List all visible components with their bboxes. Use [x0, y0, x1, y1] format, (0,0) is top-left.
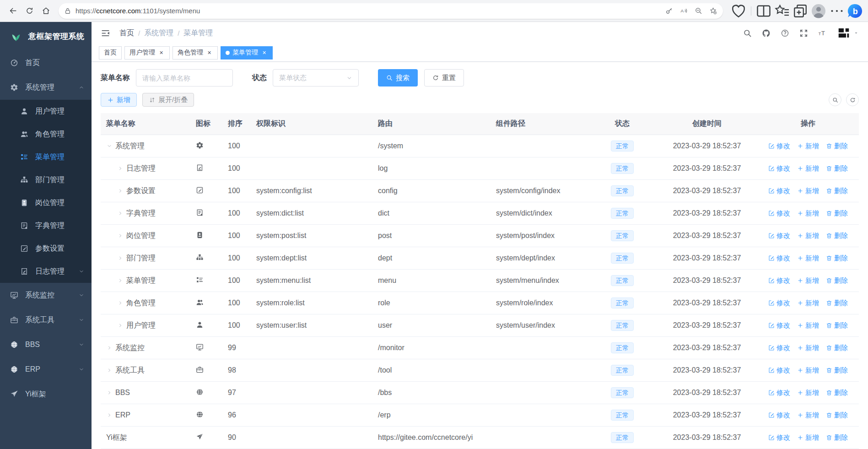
sidebar-item-BBS[interactable]: BBS — [0, 332, 92, 357]
tab-用户管理[interactable]: 用户管理× — [124, 46, 170, 60]
github-icon[interactable] — [762, 29, 771, 38]
add-action[interactable]: 新增 — [797, 389, 819, 397]
refresh-table-button[interactable] — [846, 93, 859, 106]
expand-row-icon[interactable] — [106, 345, 112, 351]
add-action[interactable]: 新增 — [797, 142, 819, 151]
bing-icon[interactable]: b — [847, 3, 863, 19]
menu-name-input[interactable] — [136, 69, 233, 87]
sidebar-item-部门管理[interactable]: 部门管理 — [0, 168, 92, 191]
delete-action[interactable]: 删除 — [826, 299, 848, 308]
lock-icon[interactable] — [64, 7, 71, 15]
edit-action[interactable]: 修改 — [768, 164, 790, 173]
sidebar-item-系统监控[interactable]: 系统监控 — [0, 283, 92, 308]
delete-action[interactable]: 删除 — [826, 187, 848, 195]
add-action[interactable]: 新增 — [797, 187, 819, 195]
add-action[interactable]: 新增 — [797, 232, 819, 240]
delete-action[interactable]: 删除 — [826, 209, 848, 218]
expand-row-icon[interactable] — [117, 255, 123, 261]
delete-action[interactable]: 删除 — [826, 433, 848, 442]
delete-action[interactable]: 删除 — [826, 254, 848, 263]
delete-action[interactable]: 删除 — [826, 344, 848, 352]
breadcrumb-item-首页[interactable]: 首页 — [119, 28, 134, 38]
tab-close-icon[interactable]: × — [158, 49, 165, 56]
expand-row-icon[interactable] — [117, 233, 123, 238]
delete-action[interactable]: 删除 — [826, 232, 848, 240]
delete-action[interactable]: 删除 — [826, 321, 848, 330]
add-action[interactable]: 新增 — [797, 299, 819, 308]
delete-action[interactable]: 删除 — [826, 276, 848, 285]
collapse-row-icon[interactable] — [106, 143, 112, 149]
edit-action[interactable]: 修改 — [768, 254, 790, 263]
edit-action[interactable]: 修改 — [768, 433, 790, 442]
back-button[interactable] — [5, 3, 21, 19]
delete-action[interactable]: 删除 — [826, 164, 848, 173]
expand-row-icon[interactable] — [106, 412, 112, 418]
sidebar-item-日志管理[interactable]: 日志管理 — [0, 260, 92, 283]
sidebar-collapse-icon[interactable] — [101, 28, 110, 38]
reset-button[interactable]: 重置 — [424, 69, 464, 87]
edit-action[interactable]: 修改 — [768, 321, 790, 330]
key-icon[interactable] — [662, 4, 676, 18]
edit-action[interactable]: 修改 — [768, 366, 790, 375]
favorites-bar-icon[interactable] — [774, 3, 790, 19]
show-search-button[interactable] — [829, 93, 841, 106]
edit-action[interactable]: 修改 — [768, 299, 790, 308]
add-action[interactable]: 新增 — [797, 164, 819, 173]
sidebar-item-字典管理[interactable]: 字典管理 — [0, 214, 92, 237]
search-icon[interactable] — [743, 29, 752, 38]
sidebar-item-Yi框架[interactable]: Yi框架 — [0, 382, 92, 406]
breadcrumb-item-系统管理[interactable]: 系统管理 — [144, 28, 173, 38]
sidebar-item-用户管理[interactable]: 用户管理 — [0, 100, 92, 123]
expand-row-icon[interactable] — [117, 211, 123, 216]
sidebar-item-参数设置[interactable]: 参数设置 — [0, 237, 92, 260]
address-bar[interactable]: https://ccnetcore.com:1101/system/menu A — [59, 3, 723, 19]
edit-action[interactable]: 修改 — [768, 142, 790, 151]
edit-action[interactable]: 修改 — [768, 276, 790, 285]
expand-row-icon[interactable] — [106, 390, 112, 395]
collections-icon[interactable] — [792, 3, 809, 19]
sidebar-item-ERP[interactable]: ERP — [0, 357, 92, 382]
add-action[interactable]: 新增 — [797, 321, 819, 330]
read-aloud-icon[interactable]: A — [676, 4, 691, 18]
delete-action[interactable]: 删除 — [826, 366, 848, 375]
reload-button[interactable] — [21, 3, 38, 19]
add-action[interactable]: 新增 — [797, 209, 819, 218]
tab-close-icon[interactable]: × — [261, 49, 268, 56]
add-action[interactable]: 新增 — [797, 411, 819, 420]
sidebar-item-系统管理[interactable]: 系统管理 — [0, 75, 92, 100]
edit-action[interactable]: 修改 — [768, 344, 790, 352]
expand-row-icon[interactable] — [117, 323, 123, 328]
edit-action[interactable]: 修改 — [768, 187, 790, 195]
add-action[interactable]: 新增 — [797, 366, 819, 375]
tab-角色管理[interactable]: 角色管理× — [173, 46, 218, 60]
edit-action[interactable]: 修改 — [768, 389, 790, 397]
user-avatar[interactable] — [837, 26, 859, 40]
edit-action[interactable]: 修改 — [768, 209, 790, 218]
help-icon[interactable] — [781, 29, 789, 38]
expand-collapse-button[interactable]: 展开/折叠 — [142, 93, 194, 107]
more-icon[interactable] — [829, 3, 845, 19]
star-plus-icon[interactable] — [706, 4, 720, 18]
expand-row-icon[interactable] — [117, 278, 123, 283]
sidebar-item-岗位管理[interactable]: 岗位管理 — [0, 191, 92, 214]
add-action[interactable]: 新增 — [797, 433, 819, 442]
delete-action[interactable]: 删除 — [826, 389, 848, 397]
sidebar-item-系统工具[interactable]: 系统工具 — [0, 308, 92, 332]
expand-row-icon[interactable] — [106, 368, 112, 373]
delete-action[interactable]: 删除 — [826, 411, 848, 420]
add-action[interactable]: 新增 — [797, 254, 819, 263]
tab-菜单管理[interactable]: 菜单管理× — [221, 46, 273, 60]
search-button[interactable]: 搜索 — [378, 69, 418, 87]
expand-row-icon[interactable] — [117, 188, 123, 194]
sidebar-item-菜单管理[interactable]: 菜单管理 — [0, 146, 92, 168]
sidebar-item-角色管理[interactable]: 角色管理 — [0, 123, 92, 146]
add-button[interactable]: 新增 — [101, 93, 137, 107]
tab-close-icon[interactable]: × — [206, 49, 213, 56]
split-screen-icon[interactable] — [755, 3, 772, 19]
tab-首页[interactable]: 首页 — [99, 46, 122, 60]
home-button[interactable] — [38, 3, 54, 19]
essentials-icon[interactable] — [730, 3, 747, 19]
fullscreen-icon[interactable] — [799, 29, 808, 38]
edit-action[interactable]: 修改 — [768, 411, 790, 420]
add-action[interactable]: 新增 — [797, 276, 819, 285]
